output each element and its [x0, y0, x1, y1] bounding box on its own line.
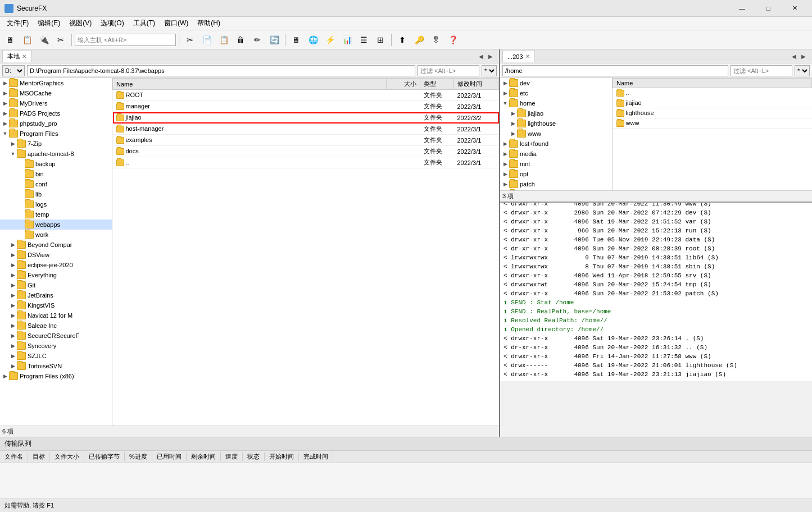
tree-item[interactable]: ▼apache-tomcat-8	[0, 149, 112, 159]
tree-expander[interactable]: ▶	[9, 141, 17, 147]
local-drive-select[interactable]: D:	[2, 65, 25, 76]
toolbar-delete-btn[interactable]: 🗑	[233, 33, 248, 47]
tree-item[interactable]: ▶MentorGraphics	[0, 78, 112, 88]
table-row[interactable]: manager文件夹2022/3/1	[113, 101, 499, 112]
local-filter-input[interactable]	[418, 65, 479, 76]
tree-expander[interactable]: ▶	[9, 333, 17, 339]
remote-nav-right[interactable]: ▶	[800, 53, 808, 60]
local-tab[interactable]: 本地 ✕	[2, 50, 31, 62]
remote-nav-left[interactable]: ◀	[790, 53, 798, 60]
toolbar-grid-btn[interactable]: ⊞	[373, 33, 388, 47]
table-row[interactable]: ..文件夹2022/3/1	[113, 157, 499, 168]
remote-table-row[interactable]: www	[613, 118, 812, 129]
remote-tree-item[interactable]: ▶www	[500, 129, 612, 139]
tree-item[interactable]: ▶KingstVIS	[0, 300, 112, 310]
remote-tree-expander[interactable]: ▶	[501, 161, 509, 167]
local-path-input[interactable]	[27, 65, 415, 76]
menu-file[interactable]: 文件(F)	[2, 17, 33, 29]
tree-item[interactable]: ▶DSView	[0, 250, 112, 260]
tree-item[interactable]: bin	[0, 169, 112, 179]
toolbar-cert-btn[interactable]: 🎖	[428, 33, 444, 47]
table-row[interactable]: jiajiao文件夹2022/3/2	[113, 112, 499, 124]
tree-item[interactable]: ▶MSOCache	[0, 88, 112, 98]
remote-tab[interactable]: ...203 ✕	[502, 50, 535, 62]
remote-filter-select[interactable]: *	[795, 65, 810, 76]
col-modified[interactable]: 修改时间	[454, 79, 499, 90]
toolbar-local-btn[interactable]: 🖥	[288, 33, 304, 47]
remote-tree-expander[interactable]: ▼	[501, 100, 509, 106]
tree-expander[interactable]: ▼	[1, 131, 9, 136]
table-row[interactable]: host-manager文件夹2022/3/1	[113, 124, 499, 135]
tree-expander[interactable]: ▶	[1, 80, 9, 86]
tree-item[interactable]: ▶PADS Projects	[0, 108, 112, 118]
remote-tree-item[interactable]: ▶media	[500, 149, 612, 159]
remote-table-row[interactable]: ..	[613, 88, 812, 98]
toolbar-new-btn[interactable]: 🖥	[2, 33, 18, 47]
tree-item[interactable]: ▶SZJLC	[0, 351, 112, 361]
tree-item[interactable]: ▶Everything	[0, 270, 112, 280]
tree-expander[interactable]: ▶	[1, 90, 9, 96]
toolbar-rename-btn[interactable]: ✏	[250, 33, 265, 47]
tree-expander[interactable]: ▶	[9, 353, 17, 359]
remote-tree-item[interactable]: ▶mnt	[500, 159, 612, 169]
host-input[interactable]	[78, 36, 167, 43]
remote-tree-expander[interactable]: ▶	[501, 181, 509, 187]
tree-item[interactable]: ▶Navicat 12 for M	[0, 310, 112, 321]
remote-tree-expander[interactable]: ▶	[501, 151, 509, 157]
local-tab-close[interactable]: ✕	[22, 53, 26, 60]
toolbar-list-btn[interactable]: ☰	[356, 33, 371, 47]
toolbar-upload-btn[interactable]: ⬆	[394, 33, 410, 47]
remote-tree-expander[interactable]: ▶	[509, 131, 517, 136]
toolbar-copy-btn[interactable]: 📄	[199, 33, 215, 47]
tree-item[interactable]: webapps	[0, 220, 112, 230]
minimize-button[interactable]: —	[729, 2, 755, 15]
tree-expander[interactable]: ▶	[9, 363, 17, 369]
toolbar-connect-btn[interactable]: 📋	[19, 33, 35, 47]
remote-path-input[interactable]	[502, 65, 728, 76]
remote-col-name[interactable]: Name	[613, 79, 812, 88]
tree-item[interactable]: ▶TortoiseSVN	[0, 361, 112, 371]
remote-filter-input[interactable]	[731, 65, 792, 76]
tree-expander[interactable]: ▶	[9, 303, 17, 308]
tree-item[interactable]: ▶Program Files (x86)	[0, 371, 112, 381]
tree-expander[interactable]: ▶	[9, 252, 17, 258]
tree-item[interactable]: ▶7-Zip	[0, 139, 112, 149]
remote-tree-expander[interactable]: ▶	[501, 171, 509, 177]
menu-help[interactable]: 帮助(H)	[193, 17, 225, 29]
tree-item[interactable]: ▶Git	[0, 280, 112, 290]
tree-item[interactable]: ▶MyDrivers	[0, 98, 112, 108]
tree-expander[interactable]: ▶	[9, 323, 17, 328]
tree-item[interactable]: ▶phpstudy_pro	[0, 118, 112, 129]
menu-view[interactable]: 视图(V)	[65, 17, 96, 29]
remote-tree-item[interactable]: ▶jiajiao	[500, 108, 612, 118]
remote-tree-item[interactable]: ▶opt	[500, 169, 612, 179]
menu-window[interactable]: 窗口(W)	[160, 17, 193, 29]
remote-tree-expander[interactable]: ▶	[501, 80, 509, 86]
tree-expander[interactable]: ▶	[1, 121, 9, 126]
remote-table-row[interactable]: lighthouse	[613, 108, 812, 118]
tree-expander[interactable]: ▶	[1, 111, 9, 116]
tree-expander[interactable]: ▶	[9, 313, 17, 318]
tree-item[interactable]: ▶Beyond Compar	[0, 240, 112, 250]
toolbar-cut2-btn[interactable]: ✂	[182, 33, 198, 47]
tree-expander[interactable]: ▶	[9, 343, 17, 349]
remote-tree-expander[interactable]: ▶	[509, 111, 517, 116]
tree-expander[interactable]: ▶	[9, 292, 17, 298]
toolbar-queue-btn[interactable]: 📊	[339, 33, 355, 47]
local-filter-select[interactable]: *	[482, 65, 497, 76]
table-row[interactable]: docs文件夹2022/3/1	[113, 146, 499, 157]
tree-expander[interactable]: ▶	[9, 272, 17, 278]
tree-item[interactable]: backup	[0, 159, 112, 169]
tree-item[interactable]: temp	[0, 209, 112, 220]
toolbar-paste-btn[interactable]: 📋	[216, 33, 232, 47]
toolbar-cut-btn[interactable]: ✂	[53, 33, 69, 47]
tree-item[interactable]: work	[0, 230, 112, 240]
tree-item[interactable]: ▶Syncovery	[0, 341, 112, 351]
toolbar-refresh-btn[interactable]: 🔄	[266, 33, 282, 47]
tree-item[interactable]: lib	[0, 189, 112, 199]
tree-item[interactable]: logs	[0, 199, 112, 209]
tree-expander[interactable]: ▶	[9, 262, 17, 268]
remote-tree-item[interactable]: ▶lighthouse	[500, 118, 612, 129]
toolbar-disconnect-btn[interactable]: 🔌	[36, 33, 52, 47]
remote-tab-close[interactable]: ✕	[525, 53, 530, 60]
